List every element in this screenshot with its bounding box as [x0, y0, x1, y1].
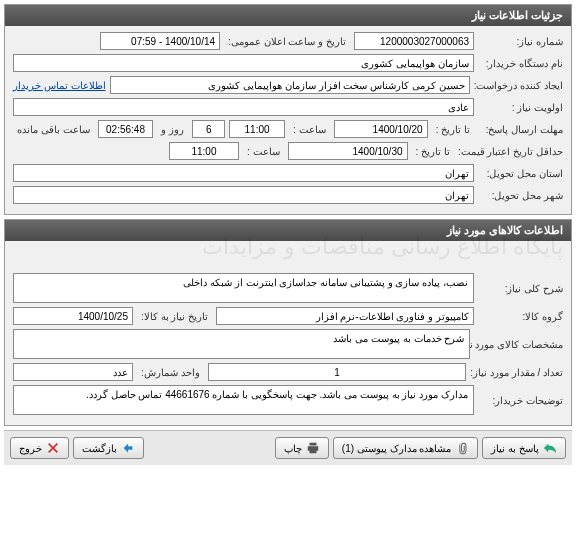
need-date-field: 1400/10/25 — [13, 307, 133, 325]
need-details-panel: جزئیات اطلاعات نیاز شماره نیاز: 12000030… — [4, 4, 572, 215]
province-field: تهران — [13, 164, 474, 182]
countdown-field: 02:56:48 — [98, 120, 154, 138]
unit-field: عدد — [13, 363, 133, 381]
panel2-body: پایگاه اطلاع رسانی مناقصات و مزایدات شرح… — [5, 241, 571, 425]
spec-label: مشخصات کالای مورد نیاز: — [474, 339, 563, 350]
desc-label: شرح کلی نیاز: — [478, 283, 563, 294]
contact-link[interactable]: اطلاعات تماس خریدار — [13, 80, 106, 91]
valid-date-field: 1400/10/30 — [288, 142, 408, 160]
min-valid-label: حداقل تاریخ اعتبار قیمت: — [458, 146, 563, 157]
deadline-label: مهلت ارسال پاسخ: — [478, 124, 563, 135]
buyer-label: نام دستگاه خریدار: — [478, 58, 563, 69]
valid-time-field: 11:00 — [169, 142, 239, 160]
exit-button[interactable]: خروج — [10, 437, 69, 459]
city-field: تهران — [13, 186, 474, 204]
deadline-date-field: 1400/10/20 — [334, 120, 428, 138]
reply-label: پاسخ به نیاز — [491, 443, 539, 454]
attachments-label: مشاهده مدارک پیوستی (1) — [342, 443, 452, 454]
panel2-header: اطلاعات کالاهای مورد نیاز — [5, 220, 571, 241]
exit-icon — [46, 441, 60, 455]
group-field: کامپیوتر و فناوری اطلاعات-نرم افزار — [216, 307, 474, 325]
reply-icon — [543, 441, 557, 455]
priority-field: عادی — [13, 98, 474, 116]
time-label-1: ساعت : — [289, 124, 330, 135]
to-date-label-2: تا تاریخ : — [412, 146, 454, 157]
attachments-button[interactable]: مشاهده مدارک پیوستی (1) — [333, 437, 479, 459]
buyer-notes-field: مدارک مورد نیاز به پیوست می باشد. جهت پا… — [13, 385, 474, 415]
requester-field: حسین کرمی کارشناس سخت افزار سازمان هواپی… — [110, 76, 470, 94]
panel1-body: شماره نیاز: 1200003027000063 تاریخ و ساع… — [5, 26, 571, 214]
back-label: بازگشت — [82, 443, 117, 454]
exit-label: خروج — [19, 443, 42, 454]
requester-label: ایجاد کننده درخواست: — [474, 80, 563, 91]
need-number-field: 1200003027000063 — [354, 32, 474, 50]
deadline-time-field: 11:00 — [229, 120, 285, 138]
panel1-header: جزئیات اطلاعات نیاز — [5, 5, 571, 26]
attachment-icon — [455, 441, 469, 455]
desc-field: نصب، پیاده سازی و پشتیبانی سامانه جداساز… — [13, 273, 474, 303]
print-label: چاپ — [284, 443, 302, 454]
days-and-label: روز و — [157, 124, 188, 135]
unit-label: واحد شمارش: — [137, 367, 204, 378]
group-label: گروه کالا: — [478, 311, 563, 322]
back-button[interactable]: بازگشت — [73, 437, 144, 459]
buyer-field: سازمان هواپیمایی کشوری — [13, 54, 474, 72]
spec-field: شرح خدمات به پیوست می باشد — [13, 329, 470, 359]
priority-label: اولویت نیاز : — [478, 102, 563, 113]
goods-info-panel: اطلاعات کالاهای مورد نیاز پایگاه اطلاع ر… — [4, 219, 572, 426]
button-spacer — [148, 437, 271, 459]
print-icon — [306, 441, 320, 455]
qty-label: تعداد / مقدار مورد نیاز: — [470, 367, 563, 378]
remaining-label: ساعت باقی مانده — [13, 124, 94, 135]
days-field: 6 — [192, 120, 225, 138]
buyer-notes-label: توضیحات خریدار: — [478, 395, 563, 406]
announce-label: تاریخ و ساعت اعلان عمومی: — [224, 36, 350, 47]
button-bar: پاسخ به نیاز مشاهده مدارک پیوستی (1) چاپ… — [4, 430, 572, 465]
back-icon — [121, 441, 135, 455]
announce-field: 1400/10/14 - 07:59 — [100, 32, 220, 50]
to-date-label-1: تا تاریخ : — [432, 124, 474, 135]
need-number-label: شماره نیاز: — [478, 36, 563, 47]
qty-field: 1 — [208, 363, 467, 381]
province-label: استان محل تحویل: — [478, 168, 563, 179]
need-date-label: تاریخ نیاز به کالا: — [137, 311, 212, 322]
city-label: شهر محل تحویل: — [478, 190, 563, 201]
print-button[interactable]: چاپ — [275, 437, 329, 459]
reply-button[interactable]: پاسخ به نیاز — [482, 437, 566, 459]
time-label-2: ساعت : — [243, 146, 284, 157]
